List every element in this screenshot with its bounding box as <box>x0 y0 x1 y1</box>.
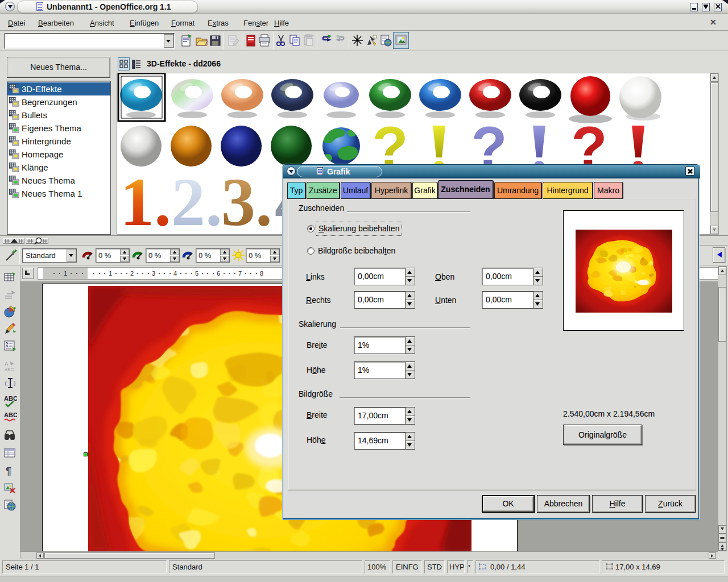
svg-text:¶: ¶ <box>6 465 11 477</box>
svg-text:A: A <box>5 361 9 367</box>
svg-text:ABC: ABC <box>4 395 17 402</box>
svg-text:2.: 2. <box>171 164 222 235</box>
svg-text:2: 2 <box>130 270 134 277</box>
svg-text:ABC: ABC <box>4 411 17 418</box>
svg-text:7: 7 <box>238 270 242 277</box>
svg-text:1.: 1. <box>120 164 171 235</box>
svg-text:3.: 3. <box>221 164 272 235</box>
svg-text:5: 5 <box>195 270 198 277</box>
svg-text:8: 8 <box>260 270 263 277</box>
svg-text:1: 1 <box>109 270 112 277</box>
svg-text:ABC: ABC <box>5 367 14 372</box>
svg-text:1: 1 <box>64 270 67 277</box>
svg-text:4: 4 <box>173 270 177 277</box>
svg-text:3: 3 <box>152 270 155 277</box>
svg-text:6: 6 <box>217 270 220 277</box>
